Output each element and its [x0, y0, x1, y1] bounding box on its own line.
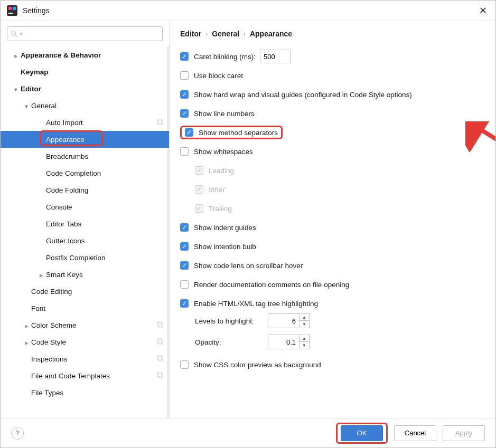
opacity-input[interactable] — [268, 335, 299, 349]
expand-arrow-icon[interactable] — [13, 51, 18, 59]
tree-item-auto-import[interactable]: Auto Import — [1, 114, 169, 131]
tree-item-label: Console — [46, 203, 72, 211]
ok-button[interactable]: OK — [341, 425, 383, 441]
tree-item-label: Appearance — [46, 136, 85, 144]
tree-item-appearance-behavior[interactable]: Appearance & Behavior — [1, 46, 169, 63]
svg-rect-11 — [158, 340, 163, 344]
inner-label: Inner — [209, 186, 225, 194]
tree-item-code-editing[interactable]: Code Editing — [1, 283, 169, 300]
tree-item-editor-tabs[interactable]: Editor Tabs — [1, 215, 169, 232]
tree-item-label: Editor Tabs — [46, 220, 81, 228]
highlight-annotation: OK — [336, 423, 388, 444]
svg-rect-6 — [157, 119, 162, 123]
expand-arrow-icon[interactable] — [24, 102, 29, 110]
svg-rect-10 — [157, 339, 162, 343]
line-numbers-checkbox[interactable]: ✓ — [180, 109, 189, 118]
caret-blinking-input[interactable] — [260, 50, 291, 63]
intention-bulb-label: Show intention bulb — [194, 243, 256, 251]
tree-item-breadcrumbs[interactable]: Breadcrumbs — [1, 148, 169, 165]
svg-rect-12 — [157, 356, 162, 360]
search-icon — [11, 30, 18, 37]
tree-item-postfix-completion[interactable]: Postfix Completion — [1, 249, 169, 266]
tree-item-keymap[interactable]: Keymap — [1, 63, 169, 80]
caret-blinking-checkbox[interactable]: ✓ — [180, 52, 189, 61]
svg-rect-13 — [158, 357, 163, 361]
opacity-up[interactable]: ▲ — [300, 335, 309, 342]
copy-profile-icon[interactable] — [156, 371, 164, 380]
render-doc-label: Render documentation comments on file op… — [194, 281, 349, 289]
hard-wrap-checkbox[interactable]: ✓ — [180, 90, 189, 99]
tree-item-label: Code Editing — [31, 288, 72, 296]
breadcrumb: Editor› General› Appearance — [180, 30, 485, 38]
tree-item-file-and-code-templates[interactable]: File and Code Templates — [1, 367, 169, 384]
expand-arrow-icon[interactable] — [24, 321, 29, 329]
caret-blinking-label: Caret blinking (ms): — [194, 53, 256, 61]
tree-item-code-folding[interactable]: Code Folding — [1, 182, 169, 198]
settings-tree[interactable]: Appearance & BehaviorKeymapEditorGeneral… — [1, 46, 169, 418]
html-xml-checkbox[interactable]: ✓ — [180, 299, 189, 308]
tree-item-label: General — [31, 102, 57, 110]
method-separators-label: Show method separators — [199, 129, 278, 137]
line-numbers-label: Show line numbers — [194, 110, 255, 118]
expand-arrow-icon[interactable] — [13, 85, 18, 93]
tree-item-smart-keys[interactable]: Smart Keys — [1, 266, 169, 283]
css-preview-checkbox[interactable] — [180, 360, 189, 369]
css-preview-label: Show CSS color preview as background — [194, 361, 321, 369]
tree-item-console[interactable]: Console — [1, 198, 169, 215]
svg-rect-14 — [157, 373, 162, 377]
search-input[interactable]: ▾ — [7, 26, 163, 41]
levels-label: Levels to highlight: — [195, 317, 264, 325]
window-title: Settings — [23, 6, 477, 15]
tree-item-label: Keymap — [21, 68, 49, 76]
highlight-annotation: ✓ Show method separators — [180, 126, 283, 139]
code-lens-checkbox[interactable]: ✓ — [180, 261, 189, 270]
trailing-label: Trailing — [209, 205, 232, 213]
levels-down[interactable]: ▼ — [300, 321, 309, 328]
tree-item-appearance[interactable]: Appearance — [1, 131, 169, 148]
inner-checkbox: ✓ — [195, 185, 203, 194]
tree-item-code-style[interactable]: Code Style — [1, 333, 169, 350]
levels-input[interactable] — [268, 314, 299, 328]
svg-rect-1 — [8, 7, 12, 10]
svg-rect-9 — [158, 323, 163, 327]
help-button[interactable]: ? — [11, 427, 24, 440]
tree-item-code-completion[interactable]: Code Completion — [1, 165, 169, 182]
hard-wrap-label: Show hard wrap and visual guides (config… — [194, 91, 412, 99]
indent-guides-checkbox[interactable]: ✓ — [180, 223, 189, 232]
tree-item-label: Appearance & Behavior — [21, 51, 101, 59]
svg-line-5 — [15, 35, 17, 37]
render-doc-checkbox[interactable] — [180, 280, 189, 289]
svg-rect-2 — [13, 7, 16, 10]
tree-item-inspections[interactable]: Inspections — [1, 350, 169, 367]
tree-item-editor[interactable]: Editor — [1, 80, 169, 97]
app-icon — [7, 5, 17, 16]
tree-item-color-scheme[interactable]: Color Scheme — [1, 317, 169, 333]
block-caret-checkbox[interactable] — [180, 71, 189, 80]
indent-guides-label: Show indent guides — [194, 224, 256, 232]
tree-item-label: Postfix Completion — [46, 254, 106, 262]
close-icon[interactable]: ✕ — [477, 5, 489, 16]
tree-item-gutter-icons[interactable]: Gutter Icons — [1, 232, 169, 249]
svg-rect-7 — [158, 120, 163, 125]
copy-profile-icon[interactable] — [156, 118, 164, 127]
copy-profile-icon[interactable] — [156, 338, 164, 347]
method-separators-checkbox[interactable]: ✓ — [185, 128, 193, 137]
trailing-checkbox: ✓ — [195, 204, 203, 213]
levels-up[interactable]: ▲ — [300, 314, 309, 321]
tree-item-general[interactable]: General — [1, 97, 169, 114]
tree-item-font[interactable]: Font — [1, 300, 169, 317]
whitespaces-label: Show whitespaces — [194, 148, 253, 156]
copy-profile-icon[interactable] — [156, 355, 164, 364]
apply-button[interactable]: Apply — [443, 425, 485, 441]
tree-item-file-types[interactable]: File Types — [1, 384, 169, 401]
opacity-down[interactable]: ▼ — [300, 342, 309, 349]
tree-item-label: Code Folding — [46, 186, 88, 194]
tree-item-label: Gutter Icons — [46, 237, 85, 245]
intention-bulb-checkbox[interactable]: ✓ — [180, 242, 189, 251]
expand-arrow-icon[interactable] — [24, 338, 29, 346]
expand-arrow-icon[interactable] — [39, 271, 44, 279]
whitespaces-checkbox[interactable] — [180, 147, 189, 156]
cancel-button[interactable]: Cancel — [394, 425, 436, 441]
opacity-label: Opacity: — [195, 338, 264, 346]
copy-profile-icon[interactable] — [156, 321, 164, 330]
